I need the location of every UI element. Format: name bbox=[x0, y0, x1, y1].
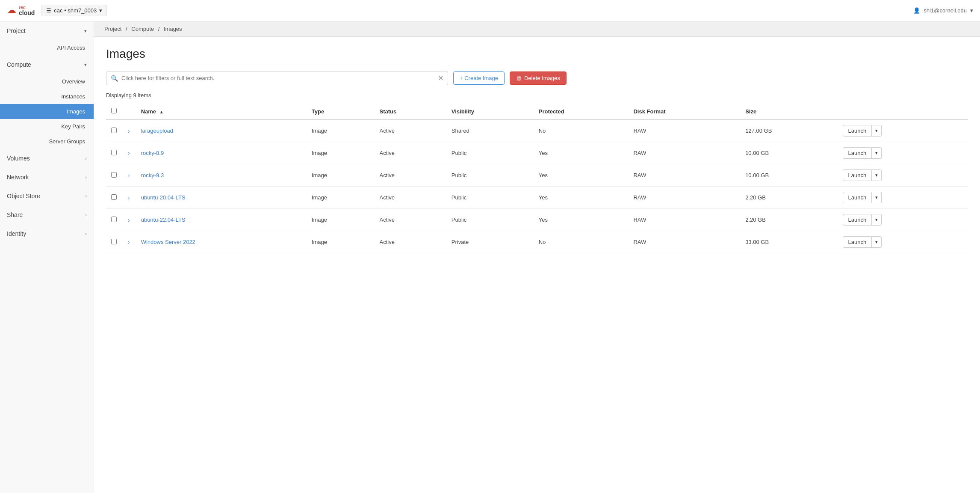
row-status: Active bbox=[375, 187, 446, 209]
sidebar-item-images[interactable]: Images bbox=[0, 104, 94, 119]
sidebar-item-key-pairs[interactable]: Key Pairs bbox=[0, 119, 94, 134]
expand-button[interactable]: › bbox=[127, 171, 131, 180]
row-launch-cell: Launch ▾ bbox=[838, 231, 968, 253]
table-row: › ubuntu-20.04-LTS Image Active Public Y… bbox=[106, 187, 968, 209]
row-checkbox[interactable] bbox=[111, 172, 117, 178]
launch-button[interactable]: Launch bbox=[843, 147, 872, 159]
sidebar-network-header[interactable]: Network › bbox=[0, 168, 94, 187]
user-dropdown-arrow: ▾ bbox=[970, 7, 973, 14]
delete-images-button[interactable]: 🗑 Delete Images bbox=[510, 71, 567, 85]
table-row: › Windows Server 2022 Image Active Priva… bbox=[106, 231, 968, 253]
row-checkbox[interactable] bbox=[111, 194, 117, 200]
row-checkbox-cell[interactable] bbox=[106, 142, 122, 164]
row-disk-format: RAW bbox=[628, 164, 740, 187]
launch-dropdown-button[interactable]: ▾ bbox=[872, 236, 882, 248]
th-expand bbox=[122, 104, 136, 119]
row-launch-cell: Launch ▾ bbox=[838, 209, 968, 231]
row-protected: Yes bbox=[534, 164, 629, 187]
table-body: › larageupload Image Active Shared No RA… bbox=[106, 119, 968, 253]
row-name[interactable]: rocky-8.9 bbox=[136, 142, 307, 164]
breadcrumb-images: Images bbox=[164, 26, 182, 32]
sidebar-object-store-header[interactable]: Object Store › bbox=[0, 187, 94, 205]
row-size: 2.20 GB bbox=[740, 209, 837, 231]
launch-dropdown-button[interactable]: ▾ bbox=[872, 169, 882, 181]
expand-button[interactable]: › bbox=[127, 193, 131, 202]
row-expand-cell[interactable]: › bbox=[122, 209, 136, 231]
sidebar-item-api-access[interactable]: API Access bbox=[0, 40, 94, 55]
row-name[interactable]: ubuntu-22.04-LTS bbox=[136, 209, 307, 231]
launch-dropdown-button[interactable]: ▾ bbox=[872, 147, 882, 159]
launch-button[interactable]: Launch bbox=[843, 214, 872, 226]
row-name[interactable]: ubuntu-20.04-LTS bbox=[136, 187, 307, 209]
th-visibility: Visibility bbox=[446, 104, 534, 119]
expand-button[interactable]: › bbox=[127, 149, 131, 157]
user-icon: 👤 bbox=[913, 7, 920, 14]
launch-button[interactable]: Launch bbox=[843, 236, 872, 248]
row-checkbox[interactable] bbox=[111, 239, 117, 244]
row-status: Active bbox=[375, 209, 446, 231]
search-icon: 🔍 bbox=[111, 75, 118, 82]
launch-button[interactable]: Launch bbox=[843, 125, 872, 137]
topnav-user[interactable]: 👤 shl1@cornell.edu ▾ bbox=[913, 7, 973, 14]
expand-button[interactable]: › bbox=[127, 238, 131, 246]
sidebar-compute-header[interactable]: Compute ▾ bbox=[0, 55, 94, 74]
sidebar-compute-label: Compute bbox=[7, 61, 31, 68]
select-all-checkbox[interactable] bbox=[111, 108, 117, 113]
sidebar-volumes-label: Volumes bbox=[7, 155, 30, 162]
row-name[interactable]: rocky-9.3 bbox=[136, 164, 307, 187]
breadcrumb: Project / Compute / Images bbox=[94, 21, 980, 37]
images-table: Name ▲ Type Status Visibility Protected … bbox=[106, 104, 968, 253]
row-checkbox[interactable] bbox=[111, 150, 117, 155]
search-box[interactable]: 🔍 ✕ bbox=[106, 71, 448, 85]
expand-button[interactable]: › bbox=[127, 127, 131, 135]
row-expand-cell[interactable]: › bbox=[122, 119, 136, 142]
row-expand-cell[interactable]: › bbox=[122, 187, 136, 209]
row-protected: No bbox=[534, 231, 629, 253]
table-header: Name ▲ Type Status Visibility Protected … bbox=[106, 104, 968, 119]
sidebar-share-header[interactable]: Share › bbox=[0, 205, 94, 224]
sidebar-volumes-header[interactable]: Volumes › bbox=[0, 149, 94, 168]
sidebar-identity-header[interactable]: Identity › bbox=[0, 224, 94, 243]
row-checkbox-cell[interactable] bbox=[106, 231, 122, 253]
launch-dropdown-button[interactable]: ▾ bbox=[872, 214, 882, 226]
row-name[interactable]: larageupload bbox=[136, 119, 307, 142]
create-image-button[interactable]: + Create Image bbox=[453, 71, 505, 85]
sidebar-item-overview[interactable]: Overview bbox=[0, 74, 94, 89]
row-visibility: Public bbox=[446, 187, 534, 209]
page-body: Images 🔍 ✕ + Create Image 🗑 Delete Image… bbox=[94, 37, 980, 264]
row-name[interactable]: Windows Server 2022 bbox=[136, 231, 307, 253]
sidebar-project-header[interactable]: Project ▾ bbox=[0, 21, 94, 40]
chevron-right-icon-volumes: › bbox=[85, 156, 87, 161]
launch-dropdown-button[interactable]: ▾ bbox=[872, 125, 882, 137]
launch-dropdown-button[interactable]: ▾ bbox=[872, 192, 882, 203]
launch-button[interactable]: Launch bbox=[843, 169, 872, 181]
project-selector[interactable]: ☰ cac • shm7_0003 ▾ bbox=[41, 5, 107, 16]
chevron-down-icon: ▾ bbox=[84, 28, 87, 34]
row-type: Image bbox=[307, 119, 375, 142]
expand-button[interactable]: › bbox=[127, 216, 131, 224]
th-select-all[interactable] bbox=[106, 104, 122, 119]
th-name[interactable]: Name ▲ bbox=[136, 104, 307, 119]
row-expand-cell[interactable]: › bbox=[122, 142, 136, 164]
row-visibility: Shared bbox=[446, 119, 534, 142]
sort-asc-icon: ▲ bbox=[159, 110, 164, 114]
th-type: Type bbox=[307, 104, 375, 119]
clear-icon[interactable]: ✕ bbox=[438, 74, 443, 82]
sidebar-item-instances[interactable]: Instances bbox=[0, 89, 94, 104]
row-expand-cell[interactable]: › bbox=[122, 231, 136, 253]
topnav: ☁ red cloud ☰ cac • shm7_0003 ▾ 👤 shl1@c… bbox=[0, 0, 980, 21]
row-checkbox[interactable] bbox=[111, 128, 117, 133]
row-checkbox-cell[interactable] bbox=[106, 187, 122, 209]
row-checkbox-cell[interactable] bbox=[106, 209, 122, 231]
row-checkbox-cell[interactable] bbox=[106, 119, 122, 142]
launch-button[interactable]: Launch bbox=[843, 192, 872, 203]
row-protected: No bbox=[534, 119, 629, 142]
row-expand-cell[interactable]: › bbox=[122, 164, 136, 187]
sidebar-item-server-groups[interactable]: Server Groups bbox=[0, 134, 94, 149]
chevron-down-icon-compute: ▾ bbox=[84, 62, 87, 68]
th-actions bbox=[838, 104, 968, 119]
row-checkbox[interactable] bbox=[111, 217, 117, 222]
row-type: Image bbox=[307, 142, 375, 164]
search-input[interactable] bbox=[121, 75, 438, 81]
row-checkbox-cell[interactable] bbox=[106, 164, 122, 187]
